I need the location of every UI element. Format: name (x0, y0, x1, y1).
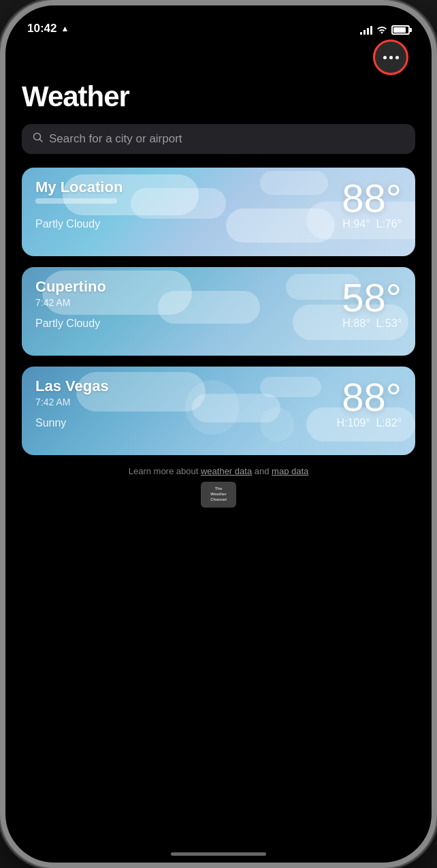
screen: 10:42 ▲ (5, 5, 432, 863)
card-condition: Sunny (35, 417, 66, 429)
card-bottom: Partly Cloudy H:94° L:76° (35, 218, 402, 230)
card-content: Cupertino 7:42 AM 58° Partly Cloudy H:88… (35, 278, 402, 330)
card-hi-lo: H:94° L:76° (342, 218, 402, 230)
footer-and: and (255, 466, 270, 476)
card-condition: Partly Cloudy (35, 317, 100, 330)
card-location: My Location (35, 179, 342, 196)
weather-channel-text: The Weather Channel (210, 486, 227, 502)
card-left: Las Vegas 7:42 AM (35, 377, 342, 407)
phone-shell: 10:42 ▲ (0, 0, 437, 868)
weather-card-cupertino[interactable]: Cupertino 7:42 AM 58° Partly Cloudy H:88… (22, 267, 415, 356)
card-time: 7:42 AM (35, 397, 342, 407)
card-top: My Location 88° (35, 179, 402, 218)
card-low: L:82° (376, 417, 402, 429)
weather-channel-logo: The Weather Channel (201, 482, 236, 508)
card-location: Las Vegas (35, 377, 342, 395)
card-high: H:88° (342, 317, 370, 329)
footer-learn-more: Learn more about (129, 466, 199, 476)
weather-card-las-vegas[interactable]: Las Vegas 7:42 AM 88° Sunny H:109° L:82° (22, 367, 415, 455)
card-bottom: Partly Cloudy H:88° L:53° (35, 317, 402, 330)
location-arrow-icon: ▲ (61, 24, 69, 33)
card-content: My Location 88° Partly Cloudy H:94° L:76… (35, 179, 402, 230)
card-hi-lo: H:109° L:82° (336, 417, 402, 429)
map-data-link[interactable]: map data (272, 466, 308, 476)
time-display: 10:42 (27, 22, 56, 35)
card-location: Cupertino (35, 278, 342, 296)
more-button-container (22, 40, 415, 75)
more-options-button[interactable] (373, 40, 408, 75)
card-bottom: Sunny H:109° L:82° (35, 417, 402, 429)
footer: Learn more about weather data and map da… (22, 466, 415, 508)
search-placeholder: Search for a city or airport (49, 132, 182, 146)
home-indicator[interactable] (171, 852, 266, 856)
card-low: L:76° (376, 218, 402, 230)
signal-bars-icon (360, 25, 372, 35)
battery-icon (391, 25, 410, 35)
card-temperature: 88° (342, 377, 402, 417)
card-high: H:94° (342, 218, 370, 230)
weather-card-my-location[interactable]: My Location 88° Partly Cloudy H:94° L:76… (22, 168, 415, 256)
search-bar[interactable]: Search for a city or airport (22, 124, 415, 154)
ellipsis-icon (383, 56, 399, 59)
app-title: Weather (22, 80, 415, 113)
card-hi-lo: H:88° L:53° (342, 317, 402, 330)
card-sublocation-bar (35, 198, 117, 204)
card-left: Cupertino 7:42 AM (35, 278, 342, 308)
notch (164, 5, 273, 27)
card-temperature: 58° (342, 278, 402, 317)
wifi-icon (376, 25, 387, 35)
weather-data-link[interactable]: weather data (201, 466, 252, 476)
card-high: H:109° (336, 417, 370, 429)
status-time: 10:42 ▲ (27, 22, 69, 35)
card-content: Las Vegas 7:42 AM 88° Sunny H:109° L:82° (35, 377, 402, 429)
app-content: Weather Search for a city or airport (5, 40, 432, 508)
footer-text: Learn more about weather data and map da… (22, 466, 415, 476)
card-top: Las Vegas 7:42 AM 88° (35, 377, 402, 417)
card-temperature: 88° (342, 179, 402, 218)
search-icon (33, 132, 44, 146)
status-icons (360, 25, 410, 35)
card-top: Cupertino 7:42 AM 58° (35, 278, 402, 317)
card-low: L:53° (376, 317, 402, 329)
card-left: My Location (35, 179, 342, 204)
card-condition: Partly Cloudy (35, 218, 100, 230)
card-time: 7:42 AM (35, 297, 342, 308)
